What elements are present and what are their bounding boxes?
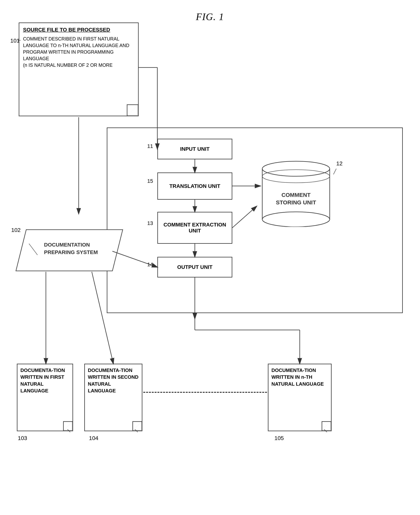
doc-box-first: DOCUMENTA-TION WRITTEN IN FIRST NATURAL … <box>17 364 73 431</box>
ref-101: 101 <box>10 38 20 44</box>
doc-box-second: DOCUMENTA-TION WRITTEN IN SECOND NATURAL… <box>84 364 142 431</box>
comment-storing-cylinder: COMMENT STORING UNIT <box>260 159 332 228</box>
ref-14: 14 <box>147 261 153 268</box>
source-file-title: SOURCE FILE TO BE PROCESSED <box>23 26 134 33</box>
svg-text:COMMENT: COMMENT <box>282 192 311 198</box>
svg-point-3 <box>262 212 330 227</box>
ref-11: 11 <box>147 143 153 149</box>
ref-105: 105 <box>274 435 284 441</box>
ref-102: 102 <box>11 227 21 233</box>
svg-point-4 <box>262 161 330 176</box>
ref-15: 15 <box>147 178 153 184</box>
dashed-connector <box>143 392 267 393</box>
ref-12: 12 <box>336 160 342 167</box>
svg-text:DOCUMENTATION: DOCUMENTATION <box>44 242 90 248</box>
svg-text:PREPARING SYSTEM: PREPARING SYSTEM <box>44 249 98 255</box>
ref-103: 103 <box>18 435 27 441</box>
ref-104: 104 <box>89 435 98 441</box>
doc-preparing-system: DOCUMENTATION PREPARING SYSTEM <box>15 229 124 273</box>
figure-title: FIG. 1 <box>0 0 420 22</box>
input-unit-box: INPUT UNIT <box>157 139 232 159</box>
ref-13: 13 <box>147 220 153 226</box>
output-unit-box: OUTPUT UNIT <box>157 257 232 277</box>
translation-unit-box: TRANSLATION UNIT <box>157 172 232 200</box>
source-file-box: SOURCE FILE TO BE PROCESSED COMMENT DESC… <box>19 23 139 116</box>
svg-text:STORING UNIT: STORING UNIT <box>276 199 316 206</box>
source-file-description: COMMENT DESCRIBED IN FIRST NATURAL LANGU… <box>23 36 134 69</box>
doc-box-nth: DOCUMENTA-TION WRITTEN IN n-TH NATURAL L… <box>268 364 332 431</box>
comment-extraction-box: COMMENT EXTRACTION UNIT <box>157 212 232 244</box>
